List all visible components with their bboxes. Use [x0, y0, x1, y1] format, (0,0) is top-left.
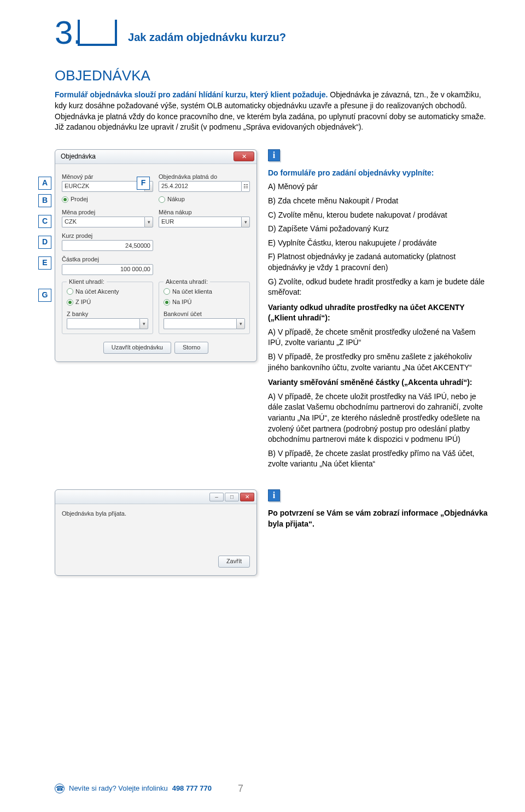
- chapter-title: Jak zadám objednávku kurzu?: [128, 30, 286, 45]
- sell-rate-input[interactable]: 24,50000: [62, 240, 153, 251]
- group-akcenta-pays: Akcenta uhradí: Na účet klienta Na IPÚ B…: [159, 282, 250, 334]
- radio-dot-icon: [67, 299, 73, 306]
- minimize-icon[interactable]: –: [209, 493, 224, 501]
- chevron-down-icon[interactable]: ▾: [241, 217, 250, 227]
- callout-C: C: [38, 215, 51, 228]
- label-valid-to: Objednávka platná do: [159, 173, 250, 181]
- radio-sell[interactable]: Prodej: [62, 195, 153, 203]
- radio-dot-icon: [164, 288, 170, 295]
- footer-text: Nevíte si rady? Volejte infolinku: [69, 784, 168, 793]
- info-icon: i: [268, 489, 280, 501]
- info-block-1: i Do formuláře pro zadání objednávky vyp…: [268, 149, 492, 473]
- from-bank-combo[interactable]: ▾: [67, 318, 148, 329]
- label-to-client: Na účet klienta: [172, 288, 212, 296]
- order-dialog: Objednávka ✕ Měnový pár EURCZK ▾ Objedná…: [55, 149, 257, 362]
- info-item: F) Platnost objednávky je zadaná automat…: [268, 252, 492, 273]
- info-icon: i: [268, 149, 280, 161]
- confirm-info: Po potvrzení se Vám se vám zobrazí infor…: [268, 508, 492, 529]
- label-to-akcenta: Na účet Akcenty: [75, 288, 119, 296]
- chevron-down-icon[interactable]: ▾: [144, 217, 153, 227]
- callout-F: F: [137, 177, 150, 190]
- variants2-item: B) V případě, že chcete zaslat prostředk…: [268, 448, 492, 470]
- variants1-item: A) V případě, že chcete směnit prostředk…: [268, 327, 492, 348]
- section-title: OBJEDNÁVKA: [55, 66, 492, 85]
- from-bank-value: [67, 318, 139, 329]
- label-from-bank: Z banky: [67, 310, 148, 318]
- info-item: E) Vyplníte Částku, kterou nakupujete / …: [268, 238, 492, 249]
- chevron-down-icon[interactable]: ▾: [236, 318, 245, 329]
- radio-from-ipu[interactable]: Z IPÚ: [67, 298, 148, 306]
- page-number: 7: [238, 782, 243, 796]
- callout-A: A: [38, 177, 51, 190]
- label-from-ipu: Z IPÚ: [75, 298, 91, 306]
- sell-amt-input[interactable]: 100 000,00: [62, 264, 153, 275]
- sell-ccy-combo[interactable]: CZK ▾: [62, 217, 153, 227]
- label-bank-acct: Bankovní účet: [164, 310, 245, 318]
- page-footer: ☎ Nevíte si rady? Volejte infolinku 498 …: [55, 782, 492, 796]
- sell-ccy-value: CZK: [62, 217, 144, 227]
- radio-to-ipu[interactable]: Na IPÚ: [164, 298, 245, 306]
- confirm-dialog: – □ ✕ Objednávka byla přijata. Zavřít: [55, 489, 257, 576]
- label-to-ipu: Na IPÚ: [172, 298, 191, 306]
- dialog-title: Objednávka: [61, 152, 96, 161]
- maximize-icon[interactable]: □: [225, 493, 239, 501]
- confirm-titlebar: – □ ✕: [55, 490, 256, 504]
- callout-G: G: [38, 289, 51, 302]
- footer-phone: 498 777 770: [172, 784, 212, 793]
- info-item: D) Zapíšete Vámi požadovaný Kurz: [268, 224, 492, 235]
- group-title-client: Klient uhradí:: [67, 278, 107, 286]
- label-buy: Nákup: [167, 195, 185, 203]
- info-item: C) Zvolíte měnu, kterou budete nakupovat…: [268, 210, 492, 221]
- label-buy-ccy: Měna nákup: [159, 208, 250, 217]
- dialog-screenshot: A B C D E F G Objednávka ✕ Měnový pár EU…: [55, 149, 257, 473]
- callout-B: B: [38, 194, 51, 207]
- confirm-dialog-wrap: – □ ✕ Objednávka byla přijata. Zavřít: [55, 489, 257, 576]
- callout-D: D: [38, 236, 51, 249]
- info-block-2: i Po potvrzení se Vám se vám zobrazí inf…: [268, 489, 492, 576]
- radio-to-akcenta[interactable]: Na účet Akcenty: [67, 288, 148, 296]
- chapter-header: 3. Jak zadám objednávku kurzu?: [55, 16, 492, 49]
- radio-to-client[interactable]: Na účet klienta: [164, 288, 245, 296]
- confirm-message: Objednávka byla přijata.: [62, 510, 250, 518]
- valid-to-value[interactable]: 25.4.2012: [159, 181, 242, 192]
- cancel-button[interactable]: Storno: [174, 342, 208, 354]
- chevron-down-icon[interactable]: ▾: [139, 318, 148, 329]
- lead-text: Formulář objednávka slouží pro zadání hl…: [55, 90, 492, 132]
- bank-acct-combo[interactable]: ▾: [164, 318, 245, 329]
- phone-icon: ☎: [55, 784, 65, 793]
- info-heading: Do formuláře pro zadání objednávky vypln…: [268, 168, 492, 179]
- chapter-decor: [78, 20, 117, 46]
- radio-dot-icon: [159, 196, 165, 203]
- info-item: A) Měnový pár: [268, 182, 492, 192]
- close-icon[interactable]: ✕: [234, 151, 254, 161]
- variants2-item: A) V případě, že chcete uložit prostředk…: [268, 392, 492, 445]
- radio-buy[interactable]: Nákup: [159, 195, 250, 203]
- label-sell: Prodej: [71, 195, 88, 203]
- radio-dot-icon: [67, 288, 73, 295]
- bank-acct-value: [164, 318, 236, 329]
- radio-dot-icon: [164, 299, 170, 306]
- pair-value: EURCZK: [62, 181, 144, 192]
- label-sell-amt: Částka prodej: [62, 255, 153, 264]
- buy-ccy-value: EUR: [159, 217, 241, 227]
- dialog-titlebar: Objednávka ✕: [55, 150, 256, 164]
- radio-dot-icon: [62, 196, 68, 203]
- close-icon[interactable]: ✕: [240, 493, 254, 501]
- group-title-akcenta: Akcenta uhradí:: [164, 278, 210, 286]
- submit-button[interactable]: Uzavřít objednávku: [103, 342, 171, 354]
- variants1-item: B) V případě, že prostředky pro směnu za…: [268, 352, 492, 373]
- label-sell-ccy: Měna prodej: [62, 208, 153, 217]
- variants1-title: Varianty odkud uhradíte prostředky na úč…: [268, 302, 492, 324]
- lead-span: Formulář objednávka slouží pro zadání hl…: [55, 90, 328, 99]
- info-item: B) Zda chcete měnu Nakoupit / Prodat: [268, 196, 492, 207]
- close-button[interactable]: Zavřít: [218, 556, 250, 568]
- calendar-icon[interactable]: ☷: [241, 181, 250, 192]
- group-client-pays: Klient uhradí: Na účet Akcenty Z IPÚ Z b…: [62, 282, 153, 334]
- label-sell-rate: Kurz prodej: [62, 232, 153, 240]
- callout-E: E: [38, 256, 51, 270]
- info-item: G) Zvolíte, odkud budete hradit prostřed…: [268, 277, 492, 298]
- buy-ccy-combo[interactable]: EUR ▾: [159, 217, 250, 227]
- variants2-title: Varianty směřování směněné částky („Akce…: [268, 377, 492, 388]
